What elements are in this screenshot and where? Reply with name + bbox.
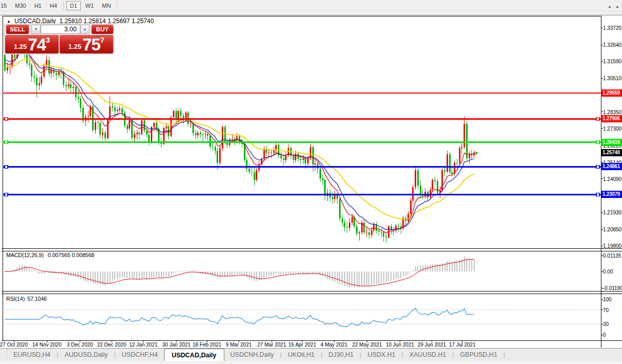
rsi-indicator-label: RSI(14)57.1046 — [6, 296, 49, 302]
sell-price-big: 74 — [28, 37, 46, 52]
rsi-axis-label: 100 — [603, 297, 612, 302]
price-axis-label: 1.21930 — [603, 210, 621, 215]
tab-scroll-buttons: ◂ ▸ — [608, 0, 619, 13]
hline-price-badge: 1.27906 — [601, 115, 622, 122]
macd-values: 0.007565 0.008568 — [46, 252, 94, 258]
hline-price-badge: 1.26416 — [601, 139, 622, 146]
mt4-terminal: 15M30H1H4D1W1MN ▲ USDCAD,Daily 1.25810 1… — [0, 0, 622, 364]
chart-tab-bar: EURUSD,H4|AUDUSD,Daily|USDCHF,H4USDCAD,D… — [0, 348, 622, 361]
rsi-axis-label: 70 — [603, 307, 609, 313]
price-axis-label: 1.33720 — [603, 25, 621, 31]
price-axis-label: 1.27300 — [603, 125, 621, 131]
date-axis-label: 14 Nov 2020 — [32, 342, 62, 348]
tab-separator: | — [504, 349, 505, 361]
hline-handle[interactable] — [596, 193, 599, 196]
buy-price-sup: 7 — [100, 35, 104, 44]
price-axis-label: 1.28350 — [603, 109, 621, 115]
date-axis-label: 22 Dec 2020 — [97, 342, 127, 348]
tab-usdcnh-daily[interactable]: USDCNH,Daily — [224, 349, 280, 361]
date-axis-label: 30 Jan 2021 — [162, 342, 190, 348]
sell-price-button[interactable]: 1.25 74 3 — [5, 35, 59, 53]
tab-dj30-h1[interactable]: DJ30,H1 — [323, 349, 360, 361]
price-axis-label: 1.30510 — [603, 76, 621, 81]
hline-handle[interactable] — [5, 117, 8, 120]
rsi-name: RSI(14) — [6, 296, 25, 302]
sell-button[interactable]: SELL — [6, 25, 29, 34]
tab-bar-gripper — [0, 349, 7, 361]
volume-input[interactable] — [41, 25, 80, 34]
date-axis-label: 22 May 2021 — [352, 342, 382, 348]
current-price-badge: 1.25740 — [601, 149, 622, 156]
tab-usdchf-h4[interactable]: USDCHF,H4 — [116, 349, 164, 361]
tab-usdx-h1[interactable]: USDX,H1 — [361, 349, 401, 361]
date-axis-label: 29 Jun 2021 — [418, 342, 446, 348]
macd-indicator-label: MACD(12,26,9) 0.007565 0.008568 — [6, 252, 97, 258]
hline-handle[interactable] — [596, 117, 599, 120]
hline-handle[interactable] — [596, 165, 599, 168]
volume-decrease-icon[interactable]: ▼ — [31, 25, 41, 34]
date-axis-label: 9 Mar 2021 — [226, 342, 252, 348]
price-axis-label: 1.19800 — [603, 243, 621, 249]
date-axis-label: 17 Jul 2021 — [449, 342, 476, 348]
date-axis-label: 10 Jun 2021 — [386, 342, 414, 348]
rsi-axis-label: 30 — [603, 321, 609, 327]
rsi-value: 57.1046 — [27, 296, 47, 302]
tab-usdcad-daily[interactable]: USDCAD,Daily — [164, 349, 224, 361]
hline-price-badge: 1.24861 — [601, 163, 622, 170]
hline-handle[interactable] — [5, 141, 8, 144]
tab-eurusd-h4[interactable]: EURUSD,H4 — [7, 349, 57, 361]
chart-plot[interactable] — [0, 0, 622, 364]
macd-axis-label: -0.01190 — [603, 285, 622, 291]
price-axis-label: 1.24090 — [603, 176, 621, 181]
hline-handle[interactable] — [5, 165, 8, 168]
collapse-panel-icon[interactable]: ▲ — [7, 19, 11, 24]
price-axis-label: 1.32640 — [603, 42, 621, 48]
one-click-trade-panel: SELL ▼ ▲ BUY 1.25 74 3 1.25 75 7 — [4, 24, 114, 54]
price-axis-label: 1.20850 — [603, 227, 621, 232]
tab-gbpusd-h1[interactable]: GBPUSD,H1 — [454, 349, 503, 361]
date-axis-label: 27 Oct 2020 — [0, 342, 28, 348]
buy-button[interactable]: BUY — [92, 25, 113, 34]
volume-increase-icon[interactable]: ▲ — [80, 25, 90, 34]
date-axis-label: 15 Apr 2021 — [289, 342, 316, 348]
macd-axis-label: 0.00 — [603, 269, 613, 275]
tab-audusd-daily[interactable]: AUDUSD,Daily — [58, 349, 114, 361]
hline-handle[interactable] — [5, 193, 8, 196]
date-axis-label: 18 Feb 2021 — [192, 342, 221, 348]
sell-price-sup: 3 — [46, 35, 50, 44]
date-axis-label: 12 Jan 2021 — [129, 342, 157, 348]
rsi-axis-label: 0 — [603, 332, 606, 338]
macd-axis-label: 0.01135 — [603, 253, 621, 259]
buy-price-prefix: 1.25 — [68, 43, 81, 50]
tab-ukoil-h1[interactable]: UKOil,H1 — [281, 349, 321, 361]
hline-price-badge: 1.23079 — [601, 191, 622, 198]
tab-xauusd-h1[interactable]: XAUUSD,H1 — [403, 349, 453, 361]
tab-scroll-right-icon[interactable]: ▸ — [616, 4, 619, 9]
price-axis-label: 1.31590 — [603, 59, 621, 64]
date-axis-label: 3 Dec 2020 — [67, 342, 93, 348]
hline-handle[interactable] — [596, 141, 599, 144]
date-axis-label: 4 May 2021 — [321, 342, 347, 348]
buy-price-big: 75 — [82, 37, 100, 52]
buy-price-button[interactable]: 1.25 75 7 — [60, 35, 113, 53]
tab-scroll-left-icon[interactable]: ◂ — [608, 4, 611, 9]
date-axis-label: 27 Mar 2021 — [257, 342, 286, 348]
hline-price-badge: 1.29559 — [601, 89, 622, 97]
macd-name: MACD(12,26,9) — [6, 252, 44, 258]
sell-price-prefix: 1.25 — [14, 43, 27, 50]
